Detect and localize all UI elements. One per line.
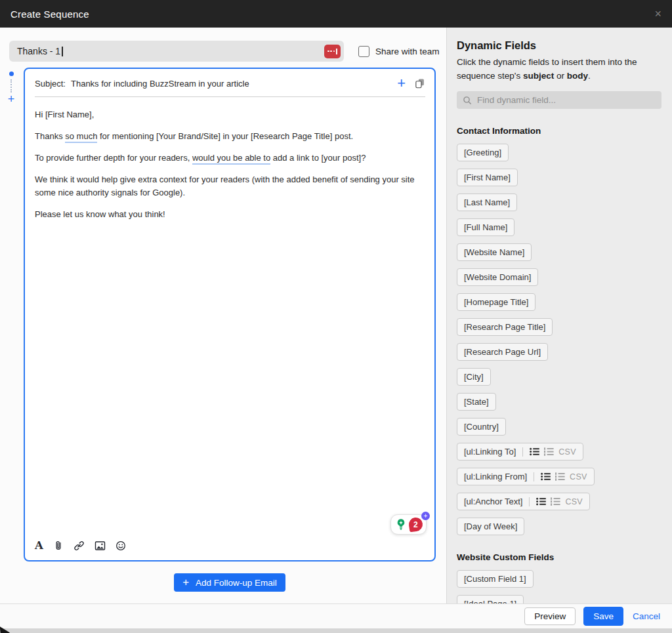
copy-icon[interactable]	[414, 77, 425, 89]
chip-label: [Research Page Title]	[464, 322, 545, 332]
search-input[interactable]	[476, 94, 656, 106]
chip-label: [Last Name]	[464, 197, 510, 207]
dialog-header: Create Sequence ×	[0, 0, 672, 28]
insert-field-plus-icon[interactable]: +	[397, 77, 406, 89]
dynamic-field-chip[interactable]: [Greeting]	[457, 144, 509, 161]
body-paragraph: Hi [First Name],	[35, 108, 424, 121]
format-text-button[interactable]: A	[35, 541, 43, 551]
chip-list: [Custom Field 1] [Ideal Page 1]	[457, 570, 662, 603]
dynamic-field-chip[interactable]: [Research Page Url]	[457, 343, 548, 361]
alerts-badge: 2	[408, 517, 424, 533]
email-editor: Subject: Thanks for including BuzzStream…	[24, 68, 436, 562]
sequence-name-row: Thanks - 1 Share with team	[9, 41, 440, 62]
dynamic-field-chip[interactable]: [Research Page Title]	[457, 318, 553, 336]
insert-image-button[interactable]	[94, 541, 106, 551]
sidebar-title: Dynamic Fields	[457, 39, 662, 52]
cancel-button[interactable]: Cancel	[631, 611, 662, 621]
add-step-plus-icon[interactable]: +	[8, 94, 15, 104]
dynamic-field-chip[interactable]: [Ideal Page 1]	[457, 595, 524, 603]
suggestion-underline: would you be able to	[192, 153, 270, 165]
suggestion-underline: so much	[65, 131, 97, 143]
chip-label: [First Name]	[464, 173, 511, 182]
bullet-list-icon[interactable]	[536, 497, 546, 506]
window-edge	[0, 628, 672, 633]
dynamic-fields-sidebar: Dynamic Fields Click the dynamic fields …	[446, 28, 672, 603]
csv-label[interactable]: CSV	[570, 472, 587, 481]
dynamic-field-chip[interactable]: [First Name]	[457, 169, 518, 186]
share-with-team-checkbox[interactable]	[358, 46, 369, 57]
chip-label: [Custom Field 1]	[464, 574, 526, 584]
dynamic-field-chip[interactable]: [ul:Linking To] CSV	[457, 443, 583, 460]
premium-plus-badge: +	[421, 512, 430, 520]
chip-label: [City]	[464, 372, 484, 382]
subject-input[interactable]: Thanks for including BuzzStream in your …	[71, 79, 249, 89]
image-icon	[94, 541, 106, 551]
subject-label: Subject:	[35, 79, 66, 89]
assistant-badge-row: 2 +	[25, 514, 434, 536]
csv-label[interactable]: CSV	[558, 447, 576, 457]
chip-label: [Greeting]	[464, 148, 501, 157]
dynamic-field-chip[interactable]: [Website Name]	[457, 243, 532, 261]
email-body-editor[interactable]: Hi [First Name], Thanks so much for ment…	[25, 97, 434, 514]
sequence-name-input[interactable]: Thanks - 1	[9, 41, 344, 62]
dynamic-field-chip[interactable]: [ul:Anchor Text] CSV	[457, 493, 590, 510]
bullet-list-icon[interactable]	[530, 447, 539, 456]
add-followup-email-button[interactable]: + Add Follow-up Email	[174, 573, 285, 592]
chip-label: [Research Page Url]	[464, 347, 541, 357]
dynamic-field-chip[interactable]: [Homepage Title]	[457, 293, 536, 311]
numbered-list-icon[interactable]	[551, 497, 560, 506]
share-with-team-control: Share with team	[358, 46, 440, 57]
dynamic-field-search	[457, 91, 662, 109]
chip-label: [ul:Linking To]	[464, 447, 516, 457]
editor-toolbar: A	[25, 536, 434, 560]
emoji-icon	[116, 541, 126, 551]
dynamic-field-chip[interactable]: [Country]	[457, 418, 506, 436]
numbered-list-icon[interactable]	[544, 447, 554, 456]
chip-label: [ul:Linking From]	[464, 472, 527, 481]
dialog-body: Thanks - 1 Share with team + Su	[0, 28, 672, 603]
chip-label: [Website Domain]	[464, 272, 531, 282]
paperclip-icon	[53, 540, 64, 551]
save-button[interactable]: Save	[583, 607, 623, 626]
step-indicator-dot	[9, 71, 14, 76]
writing-assistant-widget[interactable]: 2 +	[390, 514, 427, 535]
csv-label[interactable]: CSV	[565, 497, 583, 506]
sequence-timeline: +	[7, 71, 16, 104]
dynamic-field-chip[interactable]: [Custom Field 1]	[457, 570, 534, 588]
bullet-list-icon[interactable]	[541, 472, 551, 481]
lightbulb-icon	[395, 518, 407, 531]
sequence-name-value: Thanks - 1	[17, 46, 60, 56]
sidebar-description: Click the dynamic fields to insert them …	[457, 55, 662, 83]
attach-file-button[interactable]	[53, 540, 64, 551]
chip-label: [ul:Anchor Text]	[464, 497, 522, 506]
subject-row: Subject: Thanks for including BuzzStream…	[25, 69, 434, 95]
body-paragraph: Thanks so much for mentioning [Your Bran…	[35, 130, 424, 143]
dynamic-field-chip[interactable]: [Website Domain]	[457, 268, 538, 286]
body-paragraph: To provide further depth for your reader…	[35, 152, 424, 165]
dynamic-field-chip[interactable]: [State]	[457, 393, 496, 411]
insert-dynamic-field-button[interactable]	[324, 45, 341, 58]
body-paragraph: Please let us know what you think!	[35, 208, 424, 221]
chip-list: [Greeting] [First Name] [Last Name] [Ful…	[457, 144, 662, 535]
dynamic-field-chip[interactable]: [Last Name]	[457, 194, 517, 211]
create-sequence-dialog: Create Sequence × Thanks - 1 Share with …	[0, 0, 672, 633]
dynamic-field-chip[interactable]: [ul:Linking From] CSV	[457, 468, 595, 485]
sidebar-section-website-custom-fields: Website Custom Fields [Custom Field 1] […	[457, 552, 662, 603]
chip-label: [State]	[464, 397, 489, 407]
add-followup-email-label: Add Follow-up Email	[196, 578, 277, 588]
chip-label: [Full Name]	[464, 222, 507, 232]
sequence-step-panel: Thanks - 1 Share with team + Su	[0, 28, 446, 603]
dynamic-field-chip[interactable]: [Full Name]	[457, 218, 514, 236]
ellipsis-icon	[327, 49, 337, 54]
sidebar-section-contact-information: Contact Information [Greeting] [First Na…	[457, 126, 662, 535]
step-connector-line	[10, 79, 12, 92]
chip-label: [Country]	[464, 422, 499, 432]
dynamic-field-chip[interactable]: [City]	[457, 368, 491, 386]
close-icon[interactable]: ×	[654, 8, 662, 20]
numbered-list-icon[interactable]	[555, 472, 565, 481]
preview-button[interactable]: Preview	[524, 607, 576, 625]
chip-label: [Day of Week]	[464, 521, 517, 531]
insert-link-button[interactable]	[74, 541, 85, 551]
dynamic-field-chip[interactable]: [Day of Week]	[457, 518, 524, 535]
insert-emoji-button[interactable]	[116, 541, 126, 551]
